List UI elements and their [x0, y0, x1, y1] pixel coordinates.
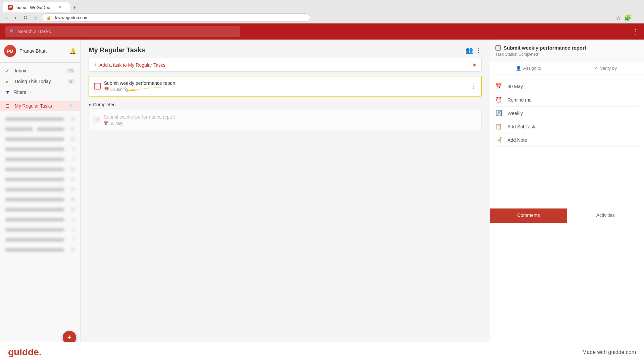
doing-today-count: 0 [67, 79, 75, 84]
sidebar-item-doing-today[interactable]: ● Doing This Today 0 [0, 76, 80, 87]
verify-by-button[interactable]: ✔ Verify by [567, 62, 644, 74]
add-task-label: Add a task to My Regular Tasks [99, 62, 472, 68]
task-checkbox[interactable] [94, 83, 101, 89]
tab-comments[interactable]: Comments [490, 208, 567, 223]
sidebar-item-inbox[interactable]: ✓ Inbox 43 [0, 65, 80, 76]
rp-field-remind: ⏰ Remind me [495, 93, 639, 107]
doing-today-icon: ● [5, 79, 11, 84]
rp-field-date: 📅 30 May [495, 80, 639, 93]
weekly-icon: 🔄 [495, 110, 503, 116]
calendar-icon: 📅 [104, 87, 109, 92]
list-item: 16 [0, 114, 80, 124]
sidebar-item-label-my-regular-tasks: My Regular Tasks [15, 103, 64, 109]
rp-subtask-label: Add SubTask [507, 124, 535, 129]
extensions-button[interactable]: 🧩 [624, 14, 631, 21]
completed-header[interactable]: ▾ Completed [89, 99, 482, 110]
note-icon: 📝 [495, 137, 503, 143]
sidebar-item-my-regular-tasks[interactable]: ☰ My Regular Tasks 1 [0, 101, 80, 111]
my-tasks-count: 1 [67, 103, 75, 109]
new-tab-button[interactable]: + [70, 2, 79, 12]
rp-remind-label: Remind me [507, 97, 532, 103]
add-icon: + [94, 62, 97, 68]
sidebar-item-label-filters: Filters [13, 89, 26, 95]
list-item: 41 [0, 124, 80, 134]
search-input[interactable] [18, 29, 236, 34]
list-item: 53 [0, 164, 80, 174]
sidebar-item-label-inbox: Inbox [15, 68, 63, 73]
guidde-made-with-text: Made with guidde.com [582, 349, 636, 355]
right-panel-title-checkbox[interactable] [495, 45, 501, 51]
tasks-list: Submit weekly performance report 📅 06 Ju… [80, 76, 490, 362]
right-panel-title: Submit weekly performance report [495, 45, 639, 51]
list-item: 15 [0, 245, 80, 255]
share-button[interactable]: 👥 [466, 47, 473, 54]
sidebar-nav: ✓ Inbox 43 ● Doing This Today 0 ▼ Filter… [0, 63, 80, 114]
assign-icon: 👤 [516, 66, 521, 71]
list-item: 4 [0, 215, 80, 225]
address-bar[interactable]: 🔒 dev.wegodoo.com [42, 13, 310, 22]
bookmark-button[interactable]: ☆ [616, 14, 621, 21]
sidebar-user: PB Pranav Bhatt 🔔 [0, 40, 80, 63]
app: 🔍 ⋮ PB Pranav Bhatt 🔔 ✓ Inbox 43 [0, 23, 644, 362]
right-panel-tabs: Comments Activities [490, 208, 644, 223]
rp-field-note[interactable]: 📝 Add Note [495, 133, 639, 147]
sidebar-blurred-section: 16 41 55 6 7 53 37 25 46 14 4 6 7 15 [0, 114, 80, 328]
task-checkbox-completed[interactable] [94, 117, 100, 123]
add-task-row[interactable]: + Add a task to My Regular Tasks ➤ [89, 58, 482, 72]
list-item: 25 [0, 184, 80, 194]
task-info: Submit weekly performance report 📅 06 Ju… [104, 80, 467, 92]
task-more-button[interactable]: ⋮ [470, 82, 476, 90]
remind-icon: ⏰ [495, 97, 503, 103]
main-header: My Regular Tasks 👥 ⋮ [80, 40, 490, 58]
browser-tabs: W Index - WeGoDoo ✕ + [0, 0, 644, 12]
calendar-icon-completed: 📅 [104, 121, 109, 126]
list-item: 46 [0, 194, 80, 204]
my-tasks-icon: ☰ [5, 103, 11, 109]
tab-close-icon[interactable]: ✕ [58, 5, 62, 10]
home-button[interactable]: ⌂ [32, 14, 40, 21]
tab-title: Index - WeGoDoo [15, 5, 50, 10]
back-button[interactable]: ‹ [4, 14, 10, 21]
search-icon: 🔍 [9, 29, 15, 34]
refresh-button[interactable]: ↻ [21, 14, 30, 21]
list-item: 55 [0, 134, 80, 144]
table-row: Submit weekly performance report 📅 30 Ma… [89, 110, 482, 130]
sidebar-divider [0, 99, 80, 99]
browser-toolbar: ‹ › ↻ ⌂ 🔒 dev.wegodoo.com ☆ 🧩 ⋮ [0, 12, 644, 23]
filters-arrow-icon: › [30, 90, 31, 95]
right-panel-header: Submit weekly performance report Task St… [490, 40, 644, 62]
rp-weekly-label: Weekly [507, 111, 523, 116]
list-item: 14 [0, 204, 80, 215]
attachment-icon: 📎 [124, 87, 129, 92]
completed-arrow-icon: ▾ [89, 102, 91, 107]
main-actions: 👥 ⋮ [466, 47, 482, 54]
task-name: Submit weekly performance report [104, 80, 467, 86]
more-options-button[interactable]: ⋮ [476, 47, 482, 54]
right-panel: Submit weekly performance report Task St… [490, 40, 644, 362]
main-content: My Regular Tasks 👥 ⋮ + Add a task to My … [80, 40, 490, 362]
task-date-completed: 30 May [110, 121, 123, 126]
completed-section: ▾ Completed Submit weekly performance re… [89, 99, 482, 130]
browser-menu-button[interactable]: ⋮ [634, 14, 640, 21]
right-panel-assign-actions: 👤 Assign to ✔ Verify by [490, 62, 644, 74]
filter-icon: ▼ [5, 89, 10, 95]
sidebar-item-filters[interactable]: ▼ Filters › [0, 87, 80, 98]
guidde-logo: guidde. [8, 347, 42, 358]
completed-label: Completed [93, 102, 116, 107]
url-text: dev.wegodoo.com [53, 15, 89, 20]
sidebar: PB Pranav Bhatt 🔔 ✓ Inbox 43 ● Doing Thi… [0, 40, 80, 362]
browser-tab[interactable]: W Index - WeGoDoo ✕ [3, 2, 70, 12]
header-menu-button[interactable]: ⋮ [632, 27, 639, 36]
user-name: Pranav Bhatt [19, 48, 47, 54]
search-bar[interactable]: 🔍 [5, 26, 240, 37]
task-meta: 📅 06 Jun 📎 [104, 87, 467, 92]
rp-note-label: Add Note [507, 137, 527, 143]
rp-date-label: 30 May [507, 84, 523, 89]
notification-button[interactable]: 🔔 [69, 48, 76, 54]
assign-to-button[interactable]: 👤 Assign to [490, 62, 567, 74]
tab-activities[interactable]: Activities [567, 208, 644, 223]
inbox-icon: ✓ [5, 68, 11, 73]
assign-to-label: Assign to [523, 66, 541, 71]
forward-button[interactable]: › [12, 14, 18, 21]
rp-field-subtask[interactable]: 📋 Add SubTask [495, 120, 639, 133]
